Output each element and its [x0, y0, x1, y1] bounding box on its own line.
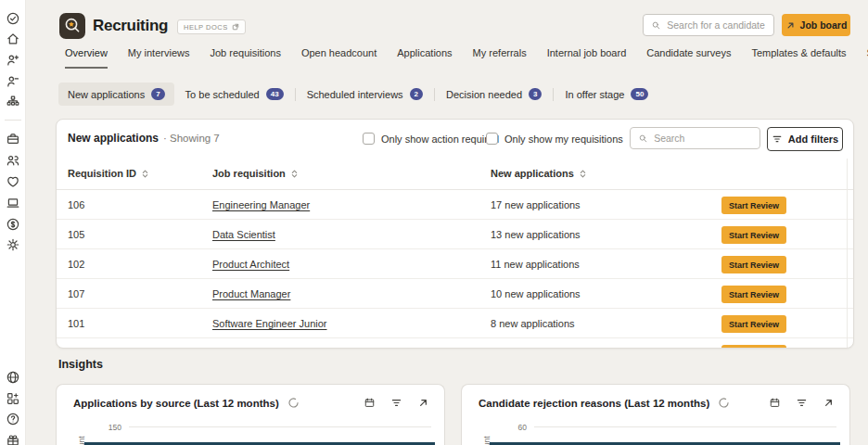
tab-internal-job-board[interactable]: Internal job board	[547, 47, 627, 69]
search-icon	[651, 19, 661, 32]
tab-templates-defaults[interactable]: Templates & defaults	[751, 47, 846, 69]
heart-icon[interactable]	[6, 174, 20, 189]
gridline	[129, 426, 431, 427]
laptop-icon[interactable]	[6, 196, 20, 210]
tab-open-headcount[interactable]: Open headcount	[301, 47, 377, 69]
gear-icon[interactable]	[6, 237, 20, 252]
requisition-id: 101	[68, 318, 84, 329]
count-badge: 43	[266, 88, 284, 100]
job-requisition-link[interactable]: Product Architect	[212, 259, 289, 270]
insights-heading: Insights	[58, 358, 103, 371]
requisition-id: 106	[68, 199, 84, 210]
people-icon[interactable]	[6, 153, 20, 168]
table-scrollbar[interactable]	[847, 159, 848, 348]
table-row-partial: Start Review	[57, 338, 853, 349]
gridline	[534, 426, 836, 427]
candidate-search-input[interactable]	[667, 19, 766, 31]
new-applications-card: New applications · Showing 7 Only show a…	[56, 119, 854, 349]
stage-in-offer-stage[interactable]: In offer stage 50	[554, 83, 659, 106]
checkbox-only-my-requisitions[interactable]: Only show my requisitions ?	[486, 133, 642, 145]
tab-candidate-surveys[interactable]: Candidate surveys	[646, 47, 731, 69]
start-review-button[interactable]: Start Review	[721, 286, 786, 303]
requisition-id: 102	[68, 259, 84, 270]
job-requisition-link[interactable]: Engineering Manager	[212, 199, 310, 210]
column-header-requisition-id[interactable]: Requisition ID	[68, 168, 150, 179]
add-filters-button[interactable]: Add filters	[767, 127, 843, 151]
column-header-new-applications[interactable]: New applications	[491, 168, 588, 179]
page-title: Recruiting	[93, 17, 168, 35]
calendar-icon[interactable]	[364, 397, 376, 409]
expand-icon[interactable]	[823, 397, 835, 409]
candidate-search-box	[643, 14, 774, 36]
start-review-button[interactable]: Start Review	[721, 345, 786, 349]
tab-my-interviews[interactable]: My interviews	[128, 47, 190, 69]
tab-job-requisitions[interactable]: Job requisitions	[210, 47, 280, 69]
recruiting-overview-screen: Recruiting HELP DOCS Job board Overview …	[0, 0, 868, 445]
job-requisition-link[interactable]: Product Manager	[212, 288, 290, 299]
org-chart-icon[interactable]	[6, 95, 20, 109]
briefcase-icon[interactable]	[6, 132, 20, 146]
table-row-count: · Showing 7	[163, 133, 220, 144]
table-search-box	[630, 127, 760, 149]
calendar-icon[interactable]	[769, 397, 781, 409]
tab-overview[interactable]: Overview	[65, 47, 108, 69]
count-badge: 3	[529, 88, 542, 100]
stage-filter-bar: New applications 7 To be scheduled 43 Sc…	[58, 83, 659, 106]
stage-new-applications[interactable]: New applications 7	[58, 83, 174, 106]
help-circle-icon[interactable]	[6, 412, 20, 426]
arrow-up-right-icon	[785, 20, 796, 31]
job-board-button[interactable]: Job board	[782, 14, 850, 36]
count-badge: 50	[631, 88, 648, 100]
new-applications-count: 17 new applications	[491, 199, 581, 210]
gift-icon[interactable]	[6, 433, 20, 445]
y-axis-tick: 150	[97, 423, 121, 432]
refresh-spinner-icon	[718, 397, 730, 409]
stage-scheduled-interviews[interactable]: Scheduled interviews 2	[296, 83, 434, 106]
help-docs-link[interactable]: HELP DOCS	[177, 19, 246, 34]
requisition-id: 105	[68, 229, 84, 240]
start-review-button[interactable]: Start Review	[721, 197, 786, 214]
apps-add-icon[interactable]	[6, 391, 20, 406]
tasks-check-circle-icon[interactable]	[6, 11, 20, 26]
insight-card-candidate-rejection-reasons: Candidate rejection reasons (Last 12 mon…	[461, 384, 850, 445]
table-search-input[interactable]	[654, 133, 752, 144]
y-axis-tick: 60	[503, 423, 527, 432]
table-row: 107 Product Manager 10 new applications …	[57, 279, 853, 309]
table-row: 105 Data Scientist 13 new applications S…	[57, 220, 853, 249]
insight-card-title: Candidate rejection reasons (Last 12 mon…	[479, 398, 709, 409]
search-icon	[638, 133, 648, 145]
stage-to-be-scheduled[interactable]: To be scheduled 43	[174, 83, 295, 106]
dollar-circle-icon[interactable]	[6, 217, 20, 232]
checkbox-only-action-required[interactable]: Only show action required	[363, 133, 499, 145]
expand-icon[interactable]	[417, 397, 429, 409]
sort-icon	[289, 169, 300, 179]
tab-applications[interactable]: Applications	[397, 47, 452, 69]
recruiting-app-logo	[59, 13, 85, 39]
sort-icon	[140, 169, 150, 179]
sort-icon	[578, 169, 588, 179]
new-applications-count: 10 new applications	[491, 288, 581, 299]
start-review-button[interactable]: Start Review	[721, 315, 786, 333]
external-link-icon	[232, 23, 239, 31]
table-row: 106 Engineering Manager 17 new applicati…	[57, 190, 853, 220]
column-header-job-requisition[interactable]: Job requisition	[212, 168, 300, 179]
globe-icon[interactable]	[6, 370, 20, 385]
job-requisition-link[interactable]: Software Engineer Junior	[212, 318, 327, 329]
person-add-icon[interactable]	[6, 53, 20, 68]
checkbox-box[interactable]	[486, 133, 498, 145]
start-review-button[interactable]: Start Review	[721, 256, 786, 273]
refresh-spinner-icon	[287, 397, 300, 409]
requisition-id: 107	[68, 288, 84, 299]
checkbox-box[interactable]	[363, 133, 375, 145]
table-row: 102 Product Architect 11 new application…	[57, 249, 853, 279]
home-icon[interactable]	[6, 32, 20, 46]
tab-my-referrals[interactable]: My referrals	[473, 47, 527, 69]
stage-decision-needed[interactable]: Decision needed 3	[435, 83, 553, 106]
job-requisition-link[interactable]: Data Scientist	[212, 229, 275, 240]
filter-icon[interactable]	[390, 397, 402, 409]
person-remove-icon[interactable]	[6, 74, 20, 89]
start-review-button[interactable]: Start Review	[721, 226, 786, 244]
table-title: New applications · Showing 7	[68, 132, 220, 145]
filter-icon[interactable]	[796, 397, 808, 409]
table-row: 101 Software Engineer Junior 8 new appli…	[57, 309, 853, 338]
